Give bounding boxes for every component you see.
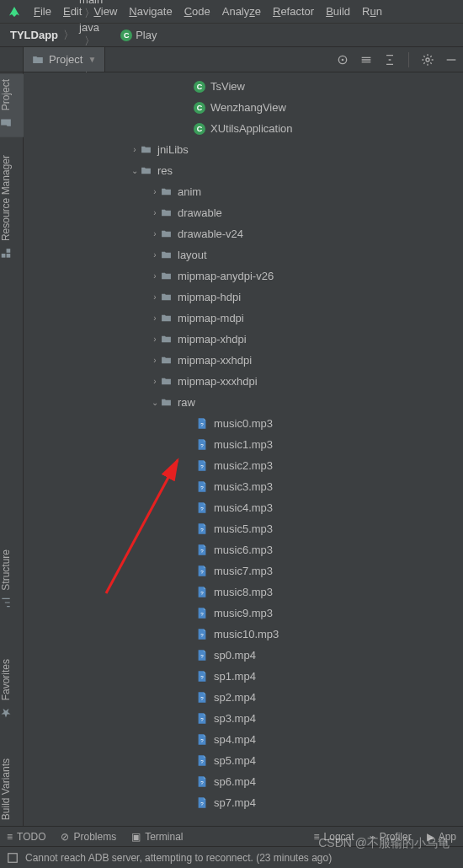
tree-file[interactable]: ?music3.mp3	[24, 476, 463, 497]
expand-arrow-icon[interactable]: ›	[150, 292, 160, 302]
crumb-last[interactable]: CPlay	[120, 29, 157, 41]
tree-label: WenzhangView	[210, 101, 286, 114]
bottom-problems[interactable]: ⊘Problems	[61, 831, 116, 843]
tree-file[interactable]: ?sp6.mp4	[24, 771, 463, 792]
bottom-todo[interactable]: ≡TODO	[7, 831, 45, 843]
tree-file[interactable]: ?music6.mp3	[24, 539, 463, 560]
expand-arrow-icon[interactable]: ›	[130, 145, 140, 154]
tab-resource-manager[interactable]: Resource Manager	[0, 150, 24, 267]
status-text: Cannot reach ADB server, attempting to r…	[25, 852, 332, 864]
menu-run[interactable]: Run	[362, 5, 382, 18]
tree-folder[interactable]: ›drawable	[24, 202, 463, 223]
tree-label: music1.mp3	[214, 438, 273, 451]
crumb-item[interactable]: main	[79, 0, 120, 6]
tree-folder[interactable]: ›mipmap-hdpi	[24, 287, 463, 308]
tree-file[interactable]: ?sp2.mp4	[24, 687, 463, 708]
tree-label: sp7.mp4	[214, 796, 256, 809]
tree-label: TsView	[210, 80, 245, 93]
expand-arrow-icon[interactable]: ⌄	[130, 166, 140, 175]
tree-folder[interactable]: ›jniLibs	[24, 139, 463, 160]
status-bar: Cannot reach ADB server, attempting to r…	[0, 846, 463, 868]
svg-text:?: ?	[200, 569, 204, 575]
minimize-icon[interactable]	[443, 51, 460, 68]
tree-file[interactable]: ?music7.mp3	[24, 560, 463, 581]
tree-file[interactable]: ?music9.mp3	[24, 603, 463, 624]
menu-analyze[interactable]: Analyze	[222, 5, 261, 18]
collapse-icon[interactable]	[381, 51, 398, 68]
tree-file[interactable]: CTsView	[24, 76, 463, 97]
expand-arrow-icon[interactable]: ›	[150, 250, 160, 260]
tree-file[interactable]: ?sp0.mp4	[24, 645, 463, 666]
expand-arrow-icon[interactable]: ›	[150, 271, 160, 281]
menu-code[interactable]: Code	[184, 5, 210, 18]
menu-build[interactable]: Build	[326, 5, 350, 18]
tree-folder[interactable]: ›mipmap-xxhdpi	[24, 350, 463, 371]
tree-label: sp2.mp4	[214, 691, 256, 704]
svg-text:?: ?	[200, 485, 204, 490]
menu-bar: FFileile Edit View Navigate Code Analyze…	[0, 0, 463, 24]
tree-label: jniLibs	[157, 143, 189, 156]
tree-folder[interactable]: ›layout	[24, 244, 463, 265]
class-icon: C	[194, 102, 205, 114]
expand-arrow-icon[interactable]: ›	[150, 356, 160, 365]
bottom-app[interactable]: ▶App	[427, 831, 456, 843]
tree-label: music4.mp3	[214, 501, 273, 514]
gear-icon[interactable]	[419, 51, 436, 68]
expand-arrow-icon[interactable]: ›	[150, 377, 160, 386]
tree-file[interactable]: ?sp1.mp4	[24, 666, 463, 687]
svg-text:?: ?	[200, 653, 204, 659]
tree-label: mipmap-xxxhdpi	[178, 375, 258, 388]
tree-folder[interactable]: ⌄raw	[24, 392, 463, 413]
expand-arrow-icon[interactable]: ›	[150, 335, 160, 344]
bottom-terminal[interactable]: ▣Terminal	[131, 831, 183, 843]
tree-file[interactable]: ?music5.mp3	[24, 518, 463, 539]
tree-file[interactable]: CWenzhangView	[24, 97, 463, 118]
tree-file[interactable]: ?sp4.mp4	[24, 729, 463, 750]
bottom-logcat[interactable]: ≡Logcat	[314, 831, 354, 843]
menu-file[interactable]: FFileile	[34, 5, 51, 18]
project-tree[interactable]: CTsViewCWenzhangViewCXUtilsApplication›j…	[24, 72, 463, 865]
svg-text:?: ?	[200, 548, 204, 554]
tree-file[interactable]: ?music8.mp3	[24, 581, 463, 603]
tree-file[interactable]: ?music2.mp3	[24, 455, 463, 476]
expand-arrow-icon[interactable]: ›	[150, 208, 160, 217]
expand-arrow-icon[interactable]: ⌄	[150, 398, 160, 407]
bottom-profiler[interactable]: ⌁Profiler	[370, 831, 412, 843]
tree-folder[interactable]: ›mipmap-xhdpi	[24, 329, 463, 350]
android-studio-icon	[7, 4, 22, 19]
tree-file[interactable]: ?music10.mp3	[24, 624, 463, 645]
tree-file[interactable]: CXUtilsApplication	[24, 118, 463, 139]
tree-file[interactable]: ?sp7.mp4	[24, 792, 463, 813]
tree-file[interactable]: ?sp3.mp4	[24, 708, 463, 729]
tree-folder[interactable]: ›mipmap-anydpi-v26	[24, 265, 463, 287]
menu-navigate[interactable]: Navigate	[129, 5, 172, 18]
project-view-selector[interactable]: Project ▼	[24, 47, 105, 72]
expand-icon[interactable]	[358, 51, 375, 68]
svg-rect-5	[7, 249, 11, 253]
tree-label: music7.mp3	[214, 565, 273, 577]
tab-project[interactable]: Project	[0, 74, 24, 137]
tree-file[interactable]: ?sp5.mp4	[24, 750, 463, 771]
tree-folder[interactable]: ›mipmap-xxxhdpi	[24, 371, 463, 392]
svg-text:?: ?	[200, 758, 204, 764]
tree-file[interactable]: ?music0.mp3	[24, 413, 463, 434]
tree-label: drawable	[178, 206, 222, 219]
crumb-item[interactable]: java	[79, 21, 120, 34]
tree-label: sp6.mp4	[214, 775, 256, 788]
tree-folder[interactable]: ›mipmap-mdpi	[24, 308, 463, 329]
crumb-root[interactable]: TYLDapp	[10, 29, 58, 41]
expand-arrow-icon[interactable]: ›	[150, 313, 160, 323]
chevron-down-icon: ▼	[88, 55, 96, 64]
menu-refactor[interactable]: Refactor	[273, 5, 314, 18]
tree-folder[interactable]: ›drawable-v24	[24, 223, 463, 244]
tree-label: mipmap-mdpi	[178, 312, 244, 324]
tab-structure[interactable]: Structure	[0, 544, 24, 617]
tree-folder[interactable]: ›anim	[24, 181, 463, 202]
tab-favorites[interactable]: Favorites	[0, 654, 24, 727]
tree-file[interactable]: ?music4.mp3	[24, 497, 463, 518]
expand-arrow-icon[interactable]: ›	[150, 187, 160, 196]
tree-folder[interactable]: ⌄res	[24, 160, 463, 181]
expand-arrow-icon[interactable]: ›	[150, 229, 160, 238]
target-icon[interactable]	[334, 51, 351, 68]
tree-file[interactable]: ?music1.mp3	[24, 434, 463, 455]
